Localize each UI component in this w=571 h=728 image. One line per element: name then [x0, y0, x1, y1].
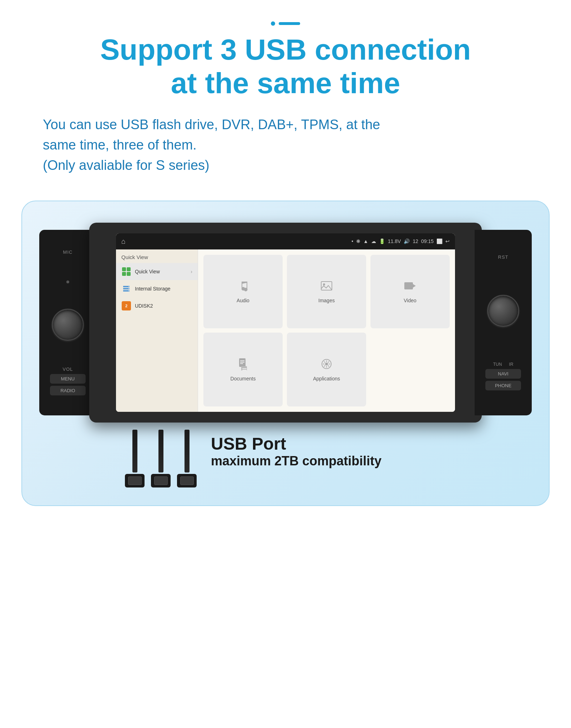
left-vol-label: VOL [62, 366, 73, 372]
usb-cable-2 [151, 430, 171, 487]
navi-button[interactable]: NAVI [485, 369, 521, 379]
images-label: Images [318, 298, 335, 303]
svg-point-4 [128, 288, 129, 289]
documents-icon [237, 358, 249, 373]
device-section: MIC VOL MENU RADIO ⌂ • ❋ ▲ ☁ [21, 201, 550, 506]
ir-label: IR [509, 362, 513, 367]
screen-body: Quick View Quick View › [116, 249, 455, 412]
video-icon [404, 279, 416, 295]
app-tile-applications[interactable]: Applications [287, 333, 366, 406]
svg-point-5 [128, 290, 129, 291]
quickview-icon [121, 267, 131, 277]
usb-text: USB Port maximum 2TB compatibility [211, 434, 381, 469]
right-rst-label: RST [498, 254, 509, 260]
right-btn-group: TUN IR NAVI PHONE [478, 362, 528, 390]
usb-plug-1 [125, 474, 145, 487]
screen-sidebar: Quick View Quick View › [116, 249, 198, 412]
menu-button[interactable]: MENU [50, 374, 86, 384]
wifi-icon: ▲ [363, 238, 368, 244]
radio-button[interactable]: RADIO [50, 386, 86, 395]
app-tile-audio[interactable]: Audio [203, 255, 283, 329]
volume-level: 12 [413, 238, 418, 244]
usb-cables [125, 415, 197, 487]
svg-point-7 [323, 283, 325, 285]
asterisk-icon: ❋ [356, 238, 360, 244]
applications-icon [320, 358, 333, 373]
left-panel: MIC VOL MENU RADIO [39, 230, 96, 415]
sidebar-title: Quick View [116, 251, 198, 263]
bluetooth-icon: • [352, 238, 353, 244]
cable-wire-3 [185, 430, 190, 472]
usb-plug-3 [177, 474, 197, 487]
usb-plug-inner-3 [180, 476, 194, 485]
video-label: Video [404, 298, 416, 303]
sidebar-item-udisk2[interactable]: 2 UDISK2 [116, 297, 198, 314]
svg-rect-12 [240, 362, 244, 363]
page-title: Support 3 USB connection at the same tim… [29, 33, 542, 100]
storage-label: Internal Storage [135, 286, 171, 292]
usb-port-label: USB Port [211, 434, 381, 454]
left-btn-group: VOL MENU RADIO [43, 366, 93, 395]
battery-icon: 🔋 [379, 238, 385, 244]
svg-rect-6 [321, 282, 332, 290]
usb-plug-inner-2 [154, 476, 168, 485]
left-mic-label: MIC [63, 249, 73, 255]
usb-plug-inner-1 [128, 476, 142, 485]
car-unit: ⌂ • ❋ ▲ ☁ 🔋 11.8V 🔊 12 09:15 ⬜ ↩ [89, 223, 482, 423]
right-panel: RST TUN IR NAVI PHONE [475, 230, 532, 415]
svg-point-18 [325, 363, 328, 365]
usb-compat-label: maximum 2TB compatibility [211, 454, 381, 469]
time-label: 09:15 [421, 238, 434, 244]
screen-header: ⌂ • ❋ ▲ ☁ 🔋 11.8V 🔊 12 09:15 ⬜ ↩ [116, 233, 455, 249]
cable-wire-2 [158, 430, 163, 472]
svg-rect-13 [240, 363, 243, 364]
left-dot [66, 280, 69, 283]
left-knob [52, 309, 84, 341]
applications-label: Applications [313, 376, 340, 381]
usb-cable-3 [177, 430, 197, 487]
svg-marker-9 [413, 284, 416, 288]
tun-label: TUN [493, 362, 502, 367]
cable-wire-1 [132, 430, 137, 472]
svg-rect-16 [242, 370, 247, 370]
svg-rect-11 [240, 360, 244, 361]
phone-button[interactable]: PHONE [485, 381, 521, 390]
sidebar-item-quickview[interactable]: Quick View › [116, 263, 198, 280]
app-tile-video[interactable]: Video [370, 255, 450, 329]
quickview-arrow: › [191, 269, 192, 274]
top-section: Support 3 USB connection at the same tim… [0, 0, 571, 183]
svg-rect-15 [242, 368, 247, 369]
home-icon[interactable]: ⌂ [121, 237, 126, 246]
svg-rect-8 [404, 282, 413, 289]
status-bar: • ❋ ▲ ☁ 🔋 11.8V 🔊 12 09:15 ⬜ ↩ [352, 238, 450, 244]
documents-label: Documents [231, 376, 256, 381]
usb-cable-1 [125, 430, 145, 487]
right-knob [487, 295, 519, 327]
voltage-label: 11.8V [388, 238, 401, 244]
usb-section: USB Port maximum 2TB compatibility [89, 415, 482, 487]
storage-icon [121, 284, 131, 294]
audio-label: Audio [237, 298, 249, 303]
screen: ⌂ • ❋ ▲ ☁ 🔋 11.8V 🔊 12 09:15 ⬜ ↩ [116, 233, 455, 412]
app-tile-empty [370, 333, 450, 406]
car-unit-wrapper: MIC VOL MENU RADIO ⌂ • ❋ ▲ ☁ [89, 223, 482, 423]
window-icon: ⬜ [436, 238, 443, 244]
images-icon [320, 279, 333, 295]
dot-icon [271, 21, 275, 26]
dash-icon [279, 22, 300, 25]
app-tile-images[interactable]: Images [287, 255, 366, 329]
udisk-label: UDISK2 [135, 303, 153, 309]
subtitle: You can use USB flash drive, DVR, DAB+, … [36, 115, 535, 176]
udisk-icon: 2 [121, 301, 131, 311]
usb-plug-2 [151, 474, 171, 487]
svg-point-3 [128, 286, 129, 287]
quickview-label: Quick View [135, 269, 160, 274]
audio-icon [237, 279, 249, 295]
sidebar-item-internal-storage[interactable]: Internal Storage [116, 280, 198, 297]
app-tile-documents[interactable]: Documents [203, 333, 283, 406]
back-icon: ↩ [445, 238, 450, 244]
dot-dash-decoration [29, 21, 542, 26]
screen-content: Audio Images [198, 249, 455, 412]
volume-icon: 🔊 [404, 238, 410, 244]
sim-icon: ☁ [371, 238, 376, 244]
